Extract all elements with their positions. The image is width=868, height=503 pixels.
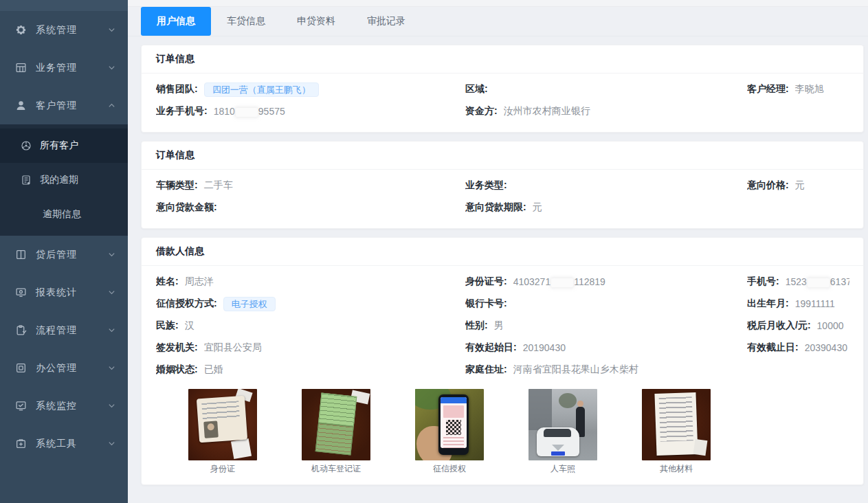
photo-item: 人车照 <box>528 389 597 475</box>
sidebar-item-label: 所有客户 <box>40 139 78 152</box>
field-account-manager: 客户经理: 李晓旭 <box>747 78 849 100</box>
phone-qr-photo[interactable] <box>415 389 484 460</box>
credit-auth-tag[interactable]: 电子授权 <box>223 297 276 311</box>
card-title: 借款人信息 <box>142 238 863 266</box>
photo-caption: 身份证 <box>188 463 257 475</box>
chevron-down-icon <box>108 364 115 372</box>
sidebar-item-system-monitoring[interactable]: 系统监控 <box>0 387 128 425</box>
field-vehicle-type: 车辆类型: 二手车 <box>156 175 465 197</box>
sidebar-item-report-statistics[interactable]: 报表统计 <box>0 273 128 311</box>
sidebar-item-label: 办公管理 <box>36 362 108 375</box>
sidebar-item-business-management[interactable]: 业务管理 <box>0 49 128 87</box>
field-intent-price: 意向价格: 元 <box>747 175 849 197</box>
photo-caption: 人车照 <box>528 463 597 475</box>
field-region: 区域: <box>465 78 747 100</box>
sidebar-item-label: 我的逾期 <box>40 174 78 186</box>
person-car-photo[interactable] <box>528 389 597 460</box>
field-value: 20390430 <box>805 342 847 353</box>
order-info-card-1: 订单信息 销售团队: 四团一营（直属王鹏飞） 区域: 客户经理: 李晓旭 业务手… <box>141 45 864 133</box>
field-ethnicity: 民族: 汉 <box>156 315 465 337</box>
tab-loan-application-materials[interactable]: 申贷资料 <box>281 7 351 36</box>
sidebar-item-system-management[interactable]: 系统管理 <box>0 11 128 49</box>
redaction-blur <box>551 278 573 287</box>
field-value: 周志洋 <box>185 276 214 288</box>
handwritten-document-photo[interactable] <box>642 389 711 460</box>
book-icon <box>15 249 27 260</box>
photo-item: 身份证 <box>188 389 257 475</box>
field-label: 意向价格: <box>747 179 789 192</box>
sidebar-item-my-overdue[interactable]: 我的逾期 <box>0 163 128 197</box>
field-value: 宜阳县公安局 <box>204 342 262 354</box>
field-label: 民族: <box>156 320 179 332</box>
field-business-phone: 业务手机号: 181095575 <box>156 100 465 122</box>
green-certificate-photo[interactable] <box>302 389 370 460</box>
customer-management-submenu: 所有客户 我的逾期 逾期信息 <box>0 124 128 236</box>
field-credit-auth: 征信授权方式: 电子授权 <box>156 293 465 315</box>
field-loan-term: 意向贷款期限: 元 <box>465 197 747 219</box>
photo-caption: 征信授权 <box>415 463 484 475</box>
office-icon <box>15 362 27 374</box>
sidebar-item-process-management[interactable]: 流程管理 <box>0 311 128 349</box>
field-label: 征信授权方式: <box>156 298 217 310</box>
tab-approval-records[interactable]: 审批记录 <box>351 7 421 36</box>
field-label: 身份证号: <box>465 276 507 288</box>
field-label: 出生年月: <box>747 298 789 310</box>
sidebar-item-label: 客户管理 <box>36 100 108 112</box>
order-info-card-2: 订单信息 车辆类型: 二手车 业务类型: 意向价格: 元 意向贷款金额: <box>141 141 864 229</box>
field-value: 已婚 <box>204 364 223 376</box>
sidebar-item-label: 报表统计 <box>36 287 108 299</box>
field-value: 元 <box>533 201 542 214</box>
sidebar-item-office-management[interactable]: 办公管理 <box>0 349 128 387</box>
top-strip <box>128 0 868 7</box>
field-bank-card: 银行卡号: <box>465 293 747 315</box>
field-label: 客户经理: <box>747 83 789 96</box>
redaction-blur <box>236 108 258 117</box>
field-valid-to: 有效截止日: 20390430 <box>747 337 849 359</box>
field-value: 181095575 <box>214 106 285 117</box>
sidebar-item-system-tools[interactable]: 系统工具 <box>0 425 128 462</box>
customers-icon <box>21 140 32 151</box>
field-business-type: 业务类型: <box>465 175 747 197</box>
clipboard-icon <box>15 324 27 336</box>
field-id-number: 身份证号: 4103271112819 <box>465 271 747 293</box>
field-label: 婚姻状态: <box>156 364 198 376</box>
sidebar-item-postloan-management[interactable]: 贷后管理 <box>0 236 128 273</box>
sidebar-item-label: 逾期信息 <box>43 208 81 221</box>
field-label: 性别: <box>465 320 488 332</box>
sidebar-item-overdue-info[interactable]: 逾期信息 <box>0 197 128 232</box>
field-label: 家庭住址: <box>465 364 507 376</box>
field-label: 手机号: <box>747 276 779 288</box>
toolbox-icon <box>15 438 27 449</box>
chevron-down-icon <box>108 26 115 34</box>
field-label: 意向贷款期限: <box>465 201 526 214</box>
field-label: 姓名: <box>156 276 179 288</box>
photo-caption: 其他材料 <box>642 463 711 475</box>
field-value: 19911111 <box>795 298 835 309</box>
sales-team-tag[interactable]: 四团一营（直属王鹏飞） <box>204 82 319 97</box>
grid-icon <box>15 62 27 74</box>
field-label: 税后月收入/元: <box>747 320 811 332</box>
sidebar-item-customer-management[interactable]: 客户管理 <box>0 87 128 124</box>
chevron-down-icon <box>108 289 115 296</box>
photo-item: 机动车登记证 <box>302 389 370 475</box>
field-label: 资金方: <box>465 105 498 118</box>
field-label: 有效截止日: <box>747 342 799 354</box>
field-sales-team: 销售团队: 四团一营（直属王鹏飞） <box>156 78 465 100</box>
field-value: 李晓旭 <box>795 83 824 96</box>
field-label: 意向贷款金额: <box>156 201 217 214</box>
field-marital-status: 婚姻状态: 已婚 <box>156 359 465 381</box>
tab-car-loan-info[interactable]: 车贷信息 <box>211 7 281 36</box>
sidebar-item-label: 贷后管理 <box>36 249 108 261</box>
field-mobile-phone: 手机号: 15236137 <box>747 271 849 293</box>
field-value: 15236137 <box>786 276 849 287</box>
field-label: 业务手机号: <box>156 105 208 118</box>
chevron-up-icon <box>108 102 115 109</box>
id-card-photo[interactable] <box>188 389 257 460</box>
sidebar-item-all-customers[interactable]: 所有客户 <box>0 128 128 163</box>
overdue-doc-icon <box>21 175 32 186</box>
main-content: 用户信息 车贷信息 申贷资料 审批记录 订单信息 销售团队: 四团一营（直属王鹏… <box>128 0 868 503</box>
sidebar: 系统管理 业务管理 客户管理 所有客户 <box>0 0 128 503</box>
gear-icon <box>15 24 27 36</box>
borrower-info-card: 借款人信息 姓名: 周志洋 身份证号: 4103271112819 手机号: 1… <box>141 237 864 485</box>
tab-user-info[interactable]: 用户信息 <box>141 7 211 36</box>
